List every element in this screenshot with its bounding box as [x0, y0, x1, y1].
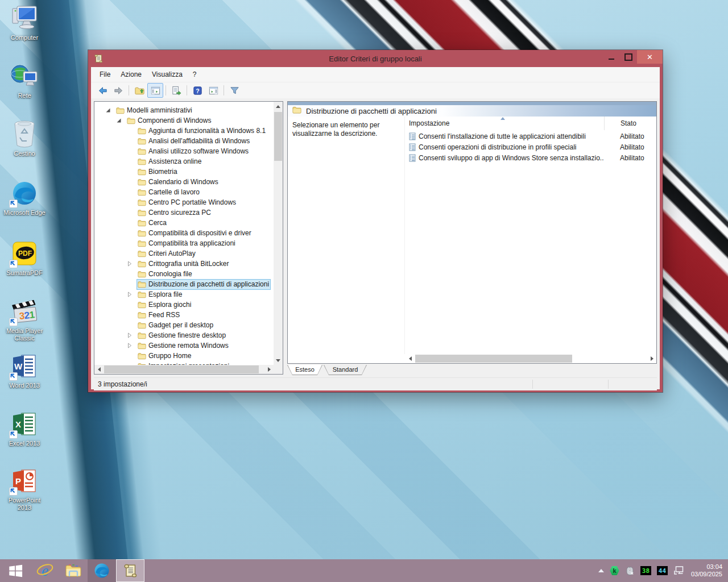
tree-item-label: Cerca: [148, 219, 167, 227]
tray-badge-44[interactable]: 44: [657, 566, 668, 575]
tree-item[interactable]: Compatibilità tra applicazioni: [94, 238, 274, 248]
setting-name: Consenti sviluppo di app di Windows Stor…: [419, 154, 604, 162]
tree-item[interactable]: Gestione finestre desktop: [94, 330, 274, 340]
desktop-icon-label: SumatraPDF: [2, 269, 47, 277]
tree-item[interactable]: Gruppo Home: [94, 351, 274, 361]
menu-file[interactable]: File: [94, 68, 115, 81]
forward-icon[interactable]: [110, 83, 126, 98]
tree-item[interactable]: Esplora file: [94, 289, 274, 300]
start-button[interactable]: [0, 559, 31, 582]
desktop-icon-powerpoint[interactable]: P PowerPoint 2013: [2, 466, 47, 512]
taskbar-explorer-icon[interactable]: [59, 559, 88, 582]
scroll-down-icon[interactable]: [274, 356, 283, 365]
tree-item[interactable]: Crittografia unità BitLocker: [94, 259, 274, 269]
tree-item-label: Gestione remota Windows: [148, 342, 229, 350]
menu-azione[interactable]: Azione: [115, 68, 147, 81]
folder-icon: [138, 138, 146, 145]
tab-standard[interactable]: Standard: [324, 365, 367, 375]
minimize-button[interactable]: [603, 50, 620, 64]
hidden-icons-button[interactable]: [598, 569, 604, 572]
tree-collapsed-icon[interactable]: [126, 260, 133, 267]
show-console-tree-icon[interactable]: [147, 83, 163, 98]
menu-visualizza[interactable]: Visualizza: [147, 68, 188, 81]
taskbar-gpedit-icon[interactable]: [116, 559, 144, 582]
setting-row[interactable]: Consenti operazioni di distribuzione in …: [405, 142, 656, 152]
tree-collapsed-icon[interactable]: [126, 291, 133, 298]
up-one-level-icon[interactable]: [131, 83, 147, 98]
tree-horizontal-scrollbar[interactable]: [94, 365, 274, 374]
scrollbar-thumb[interactable]: [274, 112, 282, 161]
tree-item[interactable]: Assistenza online: [94, 156, 274, 167]
desktop-icon-mpc[interactable]: 3 2 1 Media Player Classic: [2, 297, 47, 342]
menu-help[interactable]: ?: [188, 68, 202, 81]
tray-badge-38[interactable]: 38: [640, 566, 651, 575]
scroll-up-icon[interactable]: [274, 102, 283, 111]
tree-item[interactable]: Aggiunta di funzionalità a Windows 8.1: [94, 126, 274, 136]
title-bar[interactable]: Editor Criteri di gruppo locali ✕: [88, 50, 663, 67]
taskbar-clock[interactable]: 03:04 03/09/2025: [691, 563, 722, 578]
tree-item-selected[interactable]: Distribuzione di pacchetti di applicazio…: [94, 279, 274, 289]
tree-item[interactable]: Cerca: [94, 218, 274, 228]
tree-item[interactable]: Feed RSS: [94, 310, 274, 320]
filter-icon[interactable]: [226, 83, 242, 98]
desktop-icon-computer[interactable]: Computer: [2, 3, 47, 41]
tree-item[interactable]: Gestione remota Windows: [94, 340, 274, 351]
tree-expanded-icon[interactable]: [105, 107, 111, 114]
scrollbar-thumb[interactable]: [415, 355, 572, 363]
back-icon[interactable]: [94, 83, 110, 98]
tree-item[interactable]: Cartelle di lavoro: [94, 187, 274, 197]
tree-item[interactable]: Centro PC portatile Windows: [94, 197, 274, 207]
tab-esteso[interactable]: Esteso: [287, 365, 322, 375]
scroll-right-icon[interactable]: [647, 354, 656, 363]
close-button[interactable]: ✕: [637, 50, 663, 64]
taskbar-ie-icon[interactable]: e: [31, 559, 59, 582]
tree-expanded-icon[interactable]: [115, 117, 122, 124]
kaspersky-icon[interactable]: k: [610, 566, 619, 576]
tree-item[interactable]: Esplora giochi: [94, 300, 274, 310]
tree-item[interactable]: Compatibilità di dispositivi e driver: [94, 228, 274, 238]
tree-item[interactable]: Cronologia file: [94, 269, 274, 279]
tree-item[interactable]: Gadget per il desktop: [94, 320, 274, 330]
console-tree-pane: Modelli amministrativiComponenti di Wind…: [94, 101, 283, 375]
setting-row[interactable]: Consenti sviluppo di app di Windows Stor…: [405, 152, 656, 163]
tree-item[interactable]: Analisi utilizzo software Windows: [94, 146, 274, 156]
desktop-icon-excel[interactable]: X Excel 2013: [2, 409, 47, 447]
computer-icon: [2, 3, 47, 33]
tree-item[interactable]: Impostazioni presentazioni: [94, 361, 274, 365]
desktop-icon-cestino[interactable]: Cestino: [2, 119, 47, 157]
desktop-icon-edge[interactable]: Microsoft Edge: [2, 178, 47, 217]
tree-item[interactable]: Centro sicurezza PC: [94, 207, 274, 218]
scroll-left-icon[interactable]: [406, 354, 415, 363]
maximize-button[interactable]: [620, 50, 637, 64]
desktop-icon-sumatrapdf[interactable]: PDF SumatraPDF: [2, 239, 47, 277]
tree-item[interactable]: Calendario di Windows: [94, 177, 274, 187]
show-action-pane-icon[interactable]: [205, 83, 221, 98]
network-icon[interactable]: [673, 566, 685, 576]
desktop-icon-rete[interactable]: Rete: [2, 61, 47, 99]
tree-item[interactable]: Componenti di Windows: [94, 115, 274, 126]
tree-collapsed-icon[interactable]: [126, 342, 133, 349]
column-header-impostazione[interactable]: Impostazione: [405, 119, 604, 127]
tree-item[interactable]: Modelli amministrativi: [94, 105, 274, 115]
scrollbar-thumb[interactable]: [104, 365, 259, 373]
clock-date: 03/09/2025: [691, 571, 722, 578]
folder-icon: [138, 260, 146, 268]
taskbar-edge-icon[interactable]: [88, 559, 116, 582]
toolbar-separator: [129, 85, 129, 95]
tree-item[interactable]: Biometria: [94, 167, 274, 177]
help-icon[interactable]: ?: [189, 83, 205, 98]
folder-icon: [138, 158, 146, 165]
tree-indent: [126, 209, 133, 216]
mouse-utility-icon[interactable]: [625, 566, 635, 576]
column-header-stato[interactable]: Stato: [604, 117, 656, 130]
tree-collapsed-icon[interactable]: [126, 332, 133, 339]
tree-item[interactable]: Analisi dell'affidabilità di Windows: [94, 136, 274, 146]
desktop-icon-word[interactable]: W Word 2013: [2, 351, 47, 389]
scroll-left-icon[interactable]: [94, 365, 104, 374]
list-horizontal-scrollbar[interactable]: [406, 354, 656, 363]
tree-item[interactable]: Criteri AutoPlay: [94, 248, 274, 259]
export-list-icon[interactable]: [168, 83, 184, 98]
tree-vertical-scrollbar[interactable]: [274, 102, 283, 365]
setting-row[interactable]: Consenti l'installazione di tutte le app…: [405, 131, 656, 142]
scroll-right-icon[interactable]: [264, 365, 274, 374]
